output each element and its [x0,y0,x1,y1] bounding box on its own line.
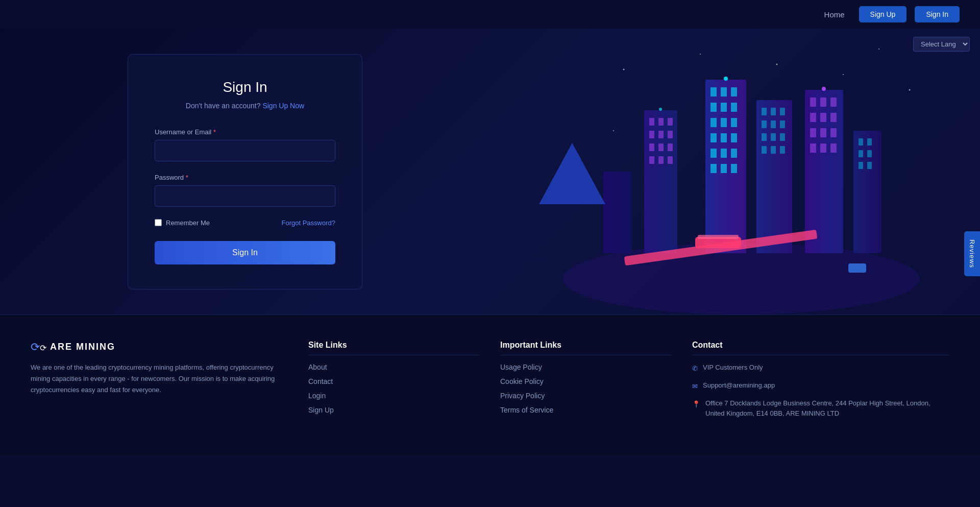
remember-me-label: Remember Me [155,219,210,227]
list-item: Cookie Policy [500,377,672,386]
imp-link-usage-policy[interactable]: Usage Policy [500,363,542,371]
svg-rect-76 [848,263,866,273]
username-input[interactable] [155,140,335,161]
svg-rect-16 [721,149,727,158]
password-input[interactable] [155,185,335,207]
site-links-title: Site Links [308,341,480,355]
footer-logo: ⟳ ARE MINING [31,341,288,353]
svg-rect-37 [762,108,767,115]
svg-point-77 [623,69,625,70]
remember-me-checkbox[interactable] [155,219,162,226]
email-label: Support@aremining.app [703,380,775,391]
username-group: Username or Email * [155,128,335,161]
address-label: Office 7 Docklands Lodge Business Centre… [705,398,949,420]
svg-rect-25 [668,118,673,126]
svg-rect-47 [771,146,776,154]
location-icon: 📍 [692,399,700,410]
svg-rect-14 [731,133,737,142]
svg-rect-55 [820,113,826,122]
svg-rect-64 [853,131,881,253]
footer: ⟳ ARE MINING We are one of the leading c… [0,315,980,456]
svg-point-82 [613,130,614,131]
svg-rect-3 [710,87,717,96]
svg-rect-18 [710,164,717,173]
svg-rect-31 [668,143,673,151]
svg-rect-26 [649,131,654,138]
svg-rect-17 [731,149,737,158]
svg-rect-45 [780,133,785,141]
important-links-title: Important Links [500,341,672,355]
site-links-list: AboutContactLoginSign Up [308,363,480,415]
svg-rect-40 [762,120,767,128]
site-link-about[interactable]: About [308,363,327,371]
svg-point-86 [659,108,662,111]
svg-rect-7 [721,103,727,112]
svg-rect-58 [820,128,826,137]
svg-rect-66 [867,138,872,146]
language-selector[interactable]: Select Lang English French Spanish Arabi… [913,37,970,52]
forgot-password-link[interactable]: Forgot Password? [282,219,336,227]
svg-rect-56 [830,113,837,122]
svg-point-80 [878,49,879,50]
svg-rect-67 [859,150,863,157]
form-subtitle: Don't have an account? Sign Up Now [155,102,335,110]
site-link-contact[interactable]: Contact [308,377,333,385]
contact-title: Contact [692,341,949,355]
svg-rect-15 [710,149,717,158]
form-title: Sign In [155,79,335,95]
svg-rect-33 [658,156,664,164]
home-nav-button[interactable]: Home [818,7,851,22]
footer-logo-icon: ⟳ [31,341,45,353]
footer-important-links-section: Important Links Usage PolicyCookie Polic… [500,341,672,425]
svg-point-79 [776,64,778,65]
svg-rect-11 [731,118,737,127]
imp-link-privacy-policy[interactable]: Privacy Policy [500,392,545,400]
svg-point-84 [724,77,728,81]
svg-rect-43 [762,133,767,141]
svg-rect-10 [721,118,727,127]
svg-rect-52 [820,98,826,107]
imp-link-terms-of-service[interactable]: Terms of Service [500,406,553,414]
svg-point-78 [700,54,701,55]
contact-address: 📍 Office 7 Docklands Lodge Business Cent… [692,398,949,420]
triangle-decoration [539,143,605,204]
signin-submit-button[interactable]: Sign In [155,241,335,264]
svg-point-81 [909,89,911,91]
svg-point-85 [822,87,826,91]
form-area: Sign In Don't have an account? Sign Up N… [0,29,490,315]
svg-rect-51 [810,98,816,107]
svg-rect-61 [820,143,826,153]
username-label: Username or Email * [155,128,335,136]
imp-link-cookie-policy[interactable]: Cookie Policy [500,377,544,385]
svg-rect-75 [698,235,739,239]
svg-rect-46 [762,146,767,154]
svg-rect-34 [668,156,673,164]
svg-point-83 [843,74,844,75]
svg-rect-9 [710,118,717,127]
svg-rect-44 [771,133,776,141]
footer-grid: ⟳ ARE MINING We are one of the leading c… [31,341,949,425]
footer-site-links-section: Site Links AboutContactLoginSign Up [308,341,480,425]
vip-label: VIP Customers Only [703,363,763,373]
signup-now-link[interactable]: Sign Up Now [262,102,304,110]
footer-description: We are one of the leading cryptocurrency… [31,362,288,396]
signin-nav-button[interactable]: Sign In [915,6,960,22]
svg-rect-5 [731,87,737,96]
list-item: Terms of Service [500,405,672,415]
form-options: Remember Me Forgot Password? [155,219,335,227]
svg-rect-69 [859,162,863,169]
svg-rect-4 [721,87,727,96]
site-link-sign-up[interactable]: Sign Up [308,406,334,414]
contact-email: ✉ Support@aremining.app [692,380,949,392]
reviews-tab[interactable]: Reviews [964,231,980,276]
svg-rect-12 [710,133,717,142]
svg-rect-8 [731,103,737,112]
svg-rect-30 [658,143,664,151]
signup-nav-button[interactable]: Sign Up [859,6,907,22]
svg-rect-28 [668,131,673,138]
svg-rect-38 [771,108,776,115]
contact-vip: ✆ VIP Customers Only [692,363,949,374]
svg-rect-24 [658,118,664,126]
site-link-login[interactable]: Login [308,392,326,400]
svg-rect-41 [771,120,776,128]
